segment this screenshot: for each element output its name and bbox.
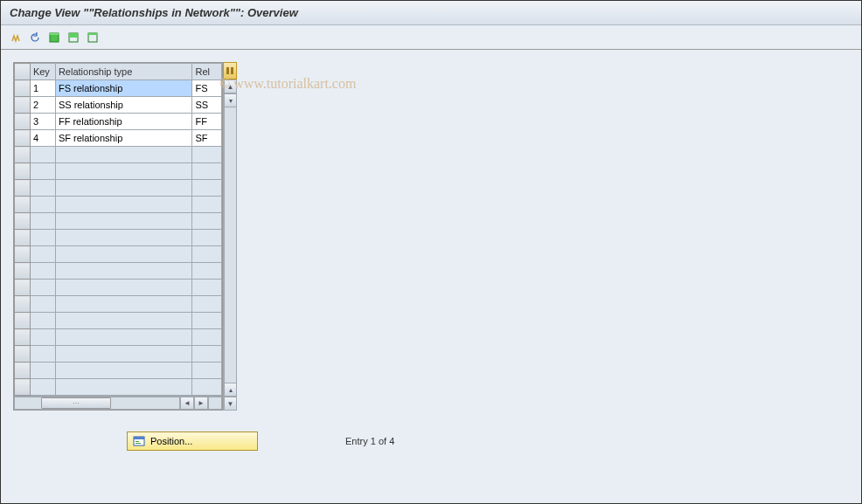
table-row[interactable] [15,329,222,346]
table-row[interactable] [15,263,222,280]
cell-type[interactable] [55,362,192,379]
row-selector[interactable] [15,147,31,163]
table-row[interactable] [15,313,222,329]
table-row[interactable]: 2 SS relationship SS [15,97,222,114]
hscroll-left-icon[interactable]: ◄ [180,397,194,410]
cell-rel[interactable]: SF [192,130,222,147]
row-selector[interactable] [15,329,31,346]
cell-key[interactable] [30,197,55,213]
cell-key[interactable] [30,180,55,197]
cell-type[interactable] [55,263,192,280]
row-selector[interactable] [15,296,31,313]
cell-key[interactable] [30,379,55,396]
cell-rel[interactable] [192,246,222,263]
scroll-up-icon[interactable]: ▲ [224,79,237,93]
cell-rel[interactable] [192,296,222,313]
cell-type[interactable]: FS relationship [55,80,192,97]
cell-key[interactable]: 4 [30,130,55,147]
table-row[interactable] [15,379,222,396]
cell-key[interactable] [30,313,55,329]
select-block-icon[interactable] [66,30,81,45]
position-button[interactable]: Position... [127,432,258,451]
cell-key[interactable] [30,346,55,362]
row-selector[interactable] [15,130,31,147]
row-selector-header[interactable] [15,64,31,80]
cell-key[interactable]: 1 [30,80,55,97]
row-selector[interactable] [15,379,31,396]
row-selector[interactable] [15,114,31,130]
cell-type[interactable] [55,213,192,230]
cell-rel[interactable] [192,263,222,280]
row-selector[interactable] [15,213,31,230]
row-selector[interactable] [15,230,31,246]
cell-type[interactable]: SF relationship [55,130,192,147]
cell-type[interactable] [55,246,192,263]
cell-key[interactable] [30,362,55,379]
data-table[interactable]: Key Relationship type Rel 1 FS relations… [14,63,222,396]
table-row[interactable] [15,197,222,213]
table-row[interactable] [15,180,222,197]
cell-rel[interactable] [192,230,222,246]
cell-key[interactable] [30,163,55,180]
row-selector[interactable] [15,362,31,379]
cell-rel[interactable]: FF [192,114,222,130]
cell-type[interactable] [55,147,192,163]
cell-key[interactable] [30,296,55,313]
cell-type[interactable] [55,280,192,296]
cell-rel[interactable] [192,329,222,346]
cell-rel[interactable] [192,280,222,296]
cell-key[interactable] [30,213,55,230]
undo-icon[interactable] [27,30,43,45]
cell-rel[interactable] [192,147,222,163]
hscroll-thumb[interactable]: ⋯ [41,397,111,409]
cell-key[interactable]: 3 [30,114,55,130]
table-row[interactable] [15,296,222,313]
row-selector[interactable] [15,180,31,197]
cell-rel[interactable] [192,213,222,230]
table-row[interactable] [15,346,222,362]
column-header-key[interactable]: Key [30,64,55,80]
select-all-icon[interactable] [46,30,62,45]
table-row[interactable] [15,147,222,163]
cell-key[interactable] [30,280,55,296]
table-row[interactable] [15,230,222,246]
row-selector[interactable] [15,280,31,296]
table-row[interactable] [15,246,222,263]
cell-type[interactable] [55,313,192,329]
row-selector[interactable] [15,97,31,114]
cell-type[interactable] [55,197,192,213]
cell-rel[interactable] [192,313,222,329]
column-header-rel[interactable]: Rel [192,64,222,80]
cell-key[interactable] [30,263,55,280]
cell-rel[interactable] [192,346,222,362]
cell-type[interactable]: FF relationship [55,114,192,130]
column-header-type[interactable]: Relationship type [55,64,192,80]
cell-type[interactable]: SS relationship [55,97,192,114]
row-selector[interactable] [15,263,31,280]
table-settings-button[interactable] [223,62,237,79]
row-selector[interactable] [15,197,31,213]
scroll-up-step-icon[interactable]: ▾ [224,93,237,107]
cell-rel[interactable]: FS [192,80,222,97]
scroll-down-icon[interactable]: ▼ [224,397,237,411]
cell-rel[interactable] [192,197,222,213]
table-row[interactable]: 4 SF relationship SF [15,130,222,147]
row-selector[interactable] [15,163,31,180]
table-row[interactable] [15,362,222,379]
cell-key[interactable] [30,329,55,346]
scroll-down-step-icon[interactable]: ▴ [224,383,237,397]
cell-type[interactable] [55,379,192,396]
hscroll-right-icon[interactable]: ► [194,397,208,410]
table-row[interactable]: 1 FS relationship FS [15,80,222,97]
cell-type[interactable] [55,346,192,362]
row-selector[interactable] [15,313,31,329]
table-row[interactable]: 3 FF relationship FF [15,114,222,130]
cell-rel[interactable] [192,180,222,197]
change-icon[interactable] [8,30,24,45]
cell-rel[interactable] [192,362,222,379]
cell-type[interactable] [55,163,192,180]
cell-key[interactable] [30,246,55,263]
vscroll-track[interactable] [224,107,237,383]
deselect-all-icon[interactable] [85,30,101,45]
cell-type[interactable] [55,329,192,346]
